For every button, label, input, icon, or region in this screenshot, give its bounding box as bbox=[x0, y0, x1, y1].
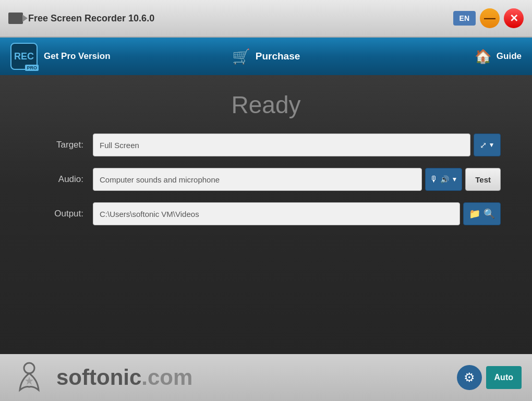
output-folder-button[interactable]: 📁 🔍 bbox=[463, 202, 501, 225]
softonic-brand: softonic.com bbox=[56, 365, 192, 390]
pro-badge-text: REC bbox=[14, 51, 34, 62]
app-title: Free Screen Recorder 10.6.0 bbox=[28, 13, 453, 24]
output-label: Output: bbox=[31, 209, 83, 219]
minimize-icon: — bbox=[484, 11, 495, 25]
search-icon: 🔍 bbox=[483, 208, 495, 220]
output-row: Output: C:\Users\softonic VM\Videos 📁 🔍 bbox=[31, 202, 501, 225]
footer: softonic.com ⚙ Auto bbox=[0, 354, 532, 401]
footer-controls: ⚙ Auto bbox=[457, 365, 522, 390]
audio-value: Computer sounds and microphone bbox=[100, 175, 220, 184]
softonic-logo-icon bbox=[10, 359, 48, 396]
minimize-button[interactable]: — bbox=[480, 8, 500, 28]
audio-test-button[interactable]: Test bbox=[465, 168, 501, 191]
get-pro-label[interactable]: Get Pro Version bbox=[44, 51, 111, 62]
softonic-name: softonic bbox=[56, 365, 141, 390]
output-control: C:\Users\softonic VM\Videos 📁 🔍 bbox=[93, 202, 501, 225]
toolbar-center: 🛒 Purchase bbox=[181, 48, 352, 65]
close-icon: ✕ bbox=[510, 12, 518, 25]
target-input: Full Screen bbox=[93, 133, 470, 156]
fullscreen-icon: ⤢ bbox=[480, 140, 487, 150]
status-title: Ready bbox=[31, 91, 501, 119]
output-input: C:\Users\softonic VM\Videos bbox=[93, 202, 460, 225]
target-control: Full Screen ⤢ ▼ bbox=[93, 133, 501, 156]
purchase-label[interactable]: Purchase bbox=[256, 51, 300, 62]
pro-badge-label: PRO bbox=[25, 65, 39, 71]
svg-marker-1 bbox=[25, 376, 33, 385]
close-button[interactable]: ✕ bbox=[504, 8, 524, 28]
softonic-watermark: softonic.com bbox=[10, 359, 457, 396]
toolbar: REC PRO Get Pro Version 🛒 Purchase 🏠 Gui… bbox=[0, 38, 532, 75]
chevron-down-icon: ▼ bbox=[489, 141, 495, 149]
language-button[interactable]: EN bbox=[453, 11, 476, 26]
app-camera-icon bbox=[8, 13, 23, 24]
chevron-down-icon: ▼ bbox=[451, 176, 457, 183]
audio-dropdown-button[interactable]: 🎙 🔊 ▼ bbox=[425, 168, 462, 191]
auto-button[interactable]: Auto bbox=[486, 366, 522, 389]
folder-icon: 📁 bbox=[469, 208, 480, 220]
target-label: Target: bbox=[31, 140, 83, 150]
audio-row: Audio: Computer sounds and microphone 🎙 … bbox=[31, 168, 501, 191]
cart-icon: 🛒 bbox=[232, 48, 250, 65]
audio-input: Computer sounds and microphone bbox=[93, 168, 422, 191]
target-row: Target: Full Screen ⤢ ▼ bbox=[31, 133, 501, 156]
toolbar-right: 🏠 Guide bbox=[351, 48, 522, 65]
softonic-domain: .com bbox=[141, 365, 192, 390]
window-controls: EN — ✕ bbox=[453, 8, 524, 28]
audio-label: Audio: bbox=[31, 174, 83, 185]
gear-icon: ⚙ bbox=[464, 370, 475, 385]
microphone-icon: 🎙 bbox=[430, 175, 438, 184]
home-icon: 🏠 bbox=[475, 48, 491, 65]
main-content: Ready Target: Full Screen ⤢ ▼ Audio: Com… bbox=[0, 75, 532, 354]
output-value: C:\Users\softonic VM\Videos bbox=[100, 210, 199, 218]
toolbar-left: REC PRO Get Pro Version bbox=[10, 43, 181, 70]
speaker-icon: 🔊 bbox=[440, 175, 449, 184]
audio-control: Computer sounds and microphone 🎙 🔊 ▼ Tes… bbox=[93, 168, 501, 191]
target-dropdown-button[interactable]: ⤢ ▼ bbox=[474, 133, 501, 156]
svg-point-0 bbox=[24, 363, 34, 373]
title-bar: Free Screen Recorder 10.6.0 EN — ✕ bbox=[0, 0, 532, 38]
pro-version-icon: REC PRO bbox=[10, 43, 38, 70]
target-value: Full Screen bbox=[100, 141, 139, 150]
settings-button[interactable]: ⚙ bbox=[457, 365, 482, 390]
guide-label[interactable]: Guide bbox=[497, 51, 522, 62]
